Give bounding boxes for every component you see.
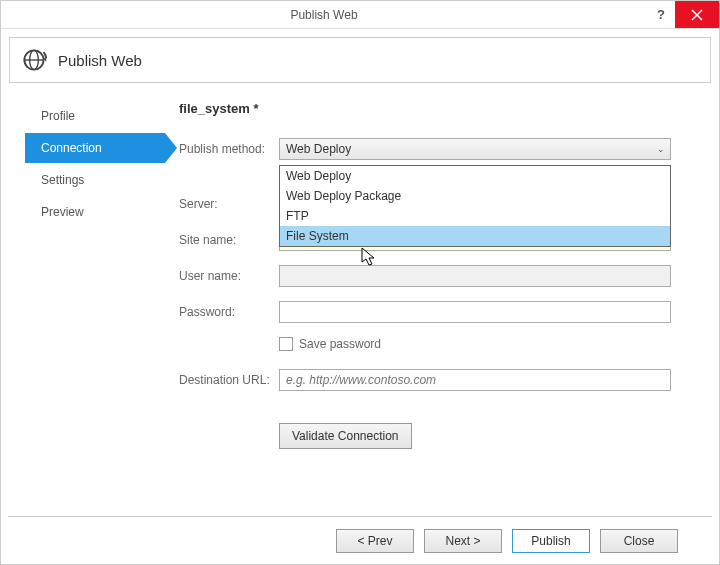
chevron-down-icon: ⌄ (657, 144, 665, 154)
sitename-label: Site name: (179, 233, 279, 247)
sidebar-item-connection[interactable]: Connection (25, 133, 165, 163)
sidebar-item-label: Profile (41, 109, 75, 123)
window-controls: ? (647, 1, 719, 28)
sidebar: Profile Connection Settings Preview (9, 101, 179, 449)
prev-button[interactable]: < Prev (336, 529, 414, 553)
main-panel: file_system * Publish method: Web Deploy… (179, 101, 711, 449)
help-button[interactable]: ? (647, 1, 675, 28)
server-label: Server: (179, 197, 279, 211)
sidebar-item-label: Preview (41, 205, 84, 219)
publish-method-dropdown: Web Deploy Web Deploy Package FTP File S… (279, 165, 671, 247)
next-button[interactable]: Next > (424, 529, 502, 553)
dropdown-option-ftp[interactable]: FTP (280, 206, 670, 226)
publish-method-value: Web Deploy (286, 142, 351, 156)
close-icon (691, 9, 703, 21)
publish-button[interactable]: Publish (512, 529, 590, 553)
footer: < Prev Next > Publish Close (8, 516, 712, 553)
dropdown-option-file-system[interactable]: File System (280, 226, 670, 246)
desturl-label: Destination URL: (179, 373, 279, 387)
profile-name: file_system * (179, 101, 671, 116)
window-title: Publish Web (1, 8, 647, 22)
save-password-checkbox[interactable] (279, 337, 293, 351)
password-label: Password: (179, 305, 279, 319)
sidebar-item-label: Connection (41, 141, 102, 155)
dropdown-option-web-deploy-package[interactable]: Web Deploy Package (280, 186, 670, 206)
header-band: Publish Web (9, 37, 711, 83)
sidebar-item-preview[interactable]: Preview (37, 197, 179, 227)
close-window-button[interactable] (675, 1, 719, 28)
desturl-input[interactable] (279, 369, 671, 391)
titlebar: Publish Web ? (1, 1, 719, 29)
close-button[interactable]: Close (600, 529, 678, 553)
password-input[interactable] (279, 301, 671, 323)
globe-publish-icon (20, 46, 48, 74)
username-label: User name: (179, 269, 279, 283)
sidebar-item-profile[interactable]: Profile (37, 101, 179, 131)
publish-method-label: Publish method: (179, 142, 279, 156)
header-title: Publish Web (58, 52, 142, 69)
publish-method-select[interactable]: Web Deploy ⌄ (279, 138, 671, 160)
validate-connection-button[interactable]: Validate Connection (279, 423, 412, 449)
username-input[interactable] (279, 265, 671, 287)
save-password-label: Save password (299, 337, 381, 351)
sidebar-item-settings[interactable]: Settings (37, 165, 179, 195)
sidebar-item-label: Settings (41, 173, 84, 187)
dropdown-option-web-deploy[interactable]: Web Deploy (280, 166, 670, 186)
